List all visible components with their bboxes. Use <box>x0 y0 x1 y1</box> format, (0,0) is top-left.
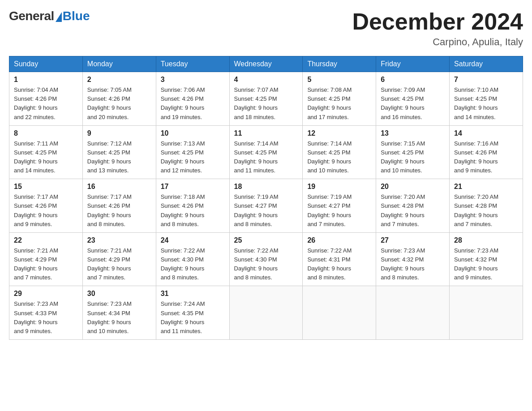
day-info: Sunrise: 7:06 AMSunset: 4:26 PMDaylight:… <box>161 86 205 120</box>
day-info: Sunrise: 7:22 AMSunset: 4:30 PMDaylight:… <box>234 247 279 281</box>
calendar-week-row: 15 Sunrise: 7:17 AMSunset: 4:26 PMDaylig… <box>9 179 523 233</box>
calendar-cell: 1 Sunrise: 7:04 AMSunset: 4:26 PMDayligh… <box>9 72 83 126</box>
day-info: Sunrise: 7:07 AMSunset: 4:25 PMDaylight:… <box>234 86 279 120</box>
calendar-week-row: 22 Sunrise: 7:21 AMSunset: 4:29 PMDaylig… <box>9 232 523 286</box>
calendar-cell: 24 Sunrise: 7:22 AMSunset: 4:30 PMDaylig… <box>156 232 229 286</box>
page-header: General Blue December 2024 Carpino, Apul… <box>9 9 523 48</box>
calendar-cell: 19 Sunrise: 7:19 AMSunset: 4:27 PMDaylig… <box>303 179 376 233</box>
header-row: Sunday Monday Tuesday Wednesday Thursday… <box>9 56 523 72</box>
calendar-cell: 12 Sunrise: 7:14 AMSunset: 4:25 PMDaylig… <box>303 125 376 179</box>
day-info: Sunrise: 7:18 AMSunset: 4:26 PMDaylight:… <box>161 193 205 227</box>
day-info: Sunrise: 7:10 AMSunset: 4:25 PMDaylight:… <box>454 86 498 120</box>
calendar-cell: 29 Sunrise: 7:23 AMSunset: 4:33 PMDaylig… <box>9 286 83 340</box>
day-number: 22 <box>14 236 78 244</box>
calendar-cell <box>229 286 303 340</box>
day-number: 27 <box>381 236 445 244</box>
calendar-cell: 13 Sunrise: 7:15 AMSunset: 4:25 PMDaylig… <box>376 125 450 179</box>
calendar-cell: 25 Sunrise: 7:22 AMSunset: 4:30 PMDaylig… <box>229 232 303 286</box>
day-number: 28 <box>454 236 518 244</box>
calendar-cell: 3 Sunrise: 7:06 AMSunset: 4:26 PMDayligh… <box>156 72 229 126</box>
day-info: Sunrise: 7:14 AMSunset: 4:25 PMDaylight:… <box>234 140 279 174</box>
col-thursday: Thursday <box>303 56 376 72</box>
day-number: 30 <box>87 290 151 298</box>
calendar-cell: 5 Sunrise: 7:08 AMSunset: 4:25 PMDayligh… <box>303 72 376 126</box>
calendar-header: Sunday Monday Tuesday Wednesday Thursday… <box>9 56 523 72</box>
day-number: 8 <box>14 129 78 137</box>
day-info: Sunrise: 7:19 AMSunset: 4:27 PMDaylight:… <box>307 193 352 227</box>
day-number: 12 <box>307 129 371 137</box>
day-info: Sunrise: 7:13 AMSunset: 4:25 PMDaylight:… <box>161 140 205 174</box>
logo-blue-text: Blue <box>63 9 90 23</box>
calendar-week-row: 29 Sunrise: 7:23 AMSunset: 4:33 PMDaylig… <box>9 286 523 340</box>
calendar-cell: 18 Sunrise: 7:19 AMSunset: 4:27 PMDaylig… <box>229 179 303 233</box>
day-info: Sunrise: 7:14 AMSunset: 4:25 PMDaylight:… <box>307 140 352 174</box>
day-number: 9 <box>87 129 151 137</box>
calendar-week-row: 1 Sunrise: 7:04 AMSunset: 4:26 PMDayligh… <box>9 72 523 126</box>
day-info: Sunrise: 7:04 AMSunset: 4:26 PMDaylight:… <box>14 86 58 120</box>
calendar-cell: 30 Sunrise: 7:23 AMSunset: 4:34 PMDaylig… <box>82 286 156 340</box>
calendar-cell <box>450 286 523 340</box>
calendar-cell: 7 Sunrise: 7:10 AMSunset: 4:25 PMDayligh… <box>450 72 523 126</box>
day-info: Sunrise: 7:23 AMSunset: 4:32 PMDaylight:… <box>454 247 498 281</box>
day-info: Sunrise: 7:23 AMSunset: 4:33 PMDaylight:… <box>14 300 58 334</box>
day-info: Sunrise: 7:21 AMSunset: 4:29 PMDaylight:… <box>87 247 132 281</box>
day-number: 13 <box>381 129 445 137</box>
calendar-cell: 27 Sunrise: 7:23 AMSunset: 4:32 PMDaylig… <box>376 232 450 286</box>
day-number: 29 <box>14 290 78 298</box>
calendar-cell: 4 Sunrise: 7:07 AMSunset: 4:25 PMDayligh… <box>229 72 303 126</box>
calendar-cell: 15 Sunrise: 7:17 AMSunset: 4:26 PMDaylig… <box>9 179 83 233</box>
col-tuesday: Tuesday <box>156 56 229 72</box>
month-title: December 2024 <box>352 9 523 34</box>
day-number: 21 <box>454 183 518 191</box>
day-number: 7 <box>454 76 518 84</box>
day-info: Sunrise: 7:05 AMSunset: 4:26 PMDaylight:… <box>87 86 132 120</box>
calendar-cell: 16 Sunrise: 7:17 AMSunset: 4:26 PMDaylig… <box>82 179 156 233</box>
calendar-cell <box>376 286 450 340</box>
day-info: Sunrise: 7:22 AMSunset: 4:31 PMDaylight:… <box>307 247 352 281</box>
col-monday: Monday <box>82 56 156 72</box>
day-info: Sunrise: 7:16 AMSunset: 4:26 PMDaylight:… <box>454 140 498 174</box>
calendar-cell: 20 Sunrise: 7:20 AMSunset: 4:28 PMDaylig… <box>376 179 450 233</box>
day-number: 17 <box>161 183 225 191</box>
location-title: Carpino, Apulia, Italy <box>352 36 523 48</box>
day-number: 14 <box>454 129 518 137</box>
day-number: 6 <box>381 76 445 84</box>
day-info: Sunrise: 7:11 AMSunset: 4:25 PMDaylight:… <box>14 140 58 174</box>
col-sunday: Sunday <box>9 56 83 72</box>
day-number: 5 <box>307 76 371 84</box>
logo-general-text: General <box>9 9 54 23</box>
day-number: 25 <box>234 236 298 244</box>
logo: General Blue <box>9 9 90 23</box>
day-number: 11 <box>234 129 298 137</box>
calendar-table: Sunday Monday Tuesday Wednesday Thursday… <box>9 56 523 340</box>
calendar-cell: 2 Sunrise: 7:05 AMSunset: 4:26 PMDayligh… <box>82 72 156 126</box>
day-info: Sunrise: 7:17 AMSunset: 4:26 PMDaylight:… <box>87 193 132 227</box>
calendar-cell: 21 Sunrise: 7:20 AMSunset: 4:28 PMDaylig… <box>450 179 523 233</box>
day-number: 26 <box>307 236 371 244</box>
col-wednesday: Wednesday <box>229 56 303 72</box>
col-friday: Friday <box>376 56 450 72</box>
calendar-cell: 6 Sunrise: 7:09 AMSunset: 4:25 PMDayligh… <box>376 72 450 126</box>
day-info: Sunrise: 7:20 AMSunset: 4:28 PMDaylight:… <box>454 193 498 227</box>
day-number: 15 <box>14 183 78 191</box>
calendar-cell: 14 Sunrise: 7:16 AMSunset: 4:26 PMDaylig… <box>450 125 523 179</box>
calendar-cell: 23 Sunrise: 7:21 AMSunset: 4:29 PMDaylig… <box>82 232 156 286</box>
day-info: Sunrise: 7:24 AMSunset: 4:35 PMDaylight:… <box>161 300 205 334</box>
day-number: 3 <box>161 76 225 84</box>
day-number: 20 <box>381 183 445 191</box>
day-number: 16 <box>87 183 151 191</box>
day-info: Sunrise: 7:21 AMSunset: 4:29 PMDaylight:… <box>14 247 58 281</box>
day-number: 31 <box>161 290 225 298</box>
day-number: 23 <box>87 236 151 244</box>
calendar-cell <box>303 286 376 340</box>
day-info: Sunrise: 7:12 AMSunset: 4:25 PMDaylight:… <box>87 140 132 174</box>
calendar-week-row: 8 Sunrise: 7:11 AMSunset: 4:25 PMDayligh… <box>9 125 523 179</box>
day-number: 24 <box>161 236 225 244</box>
day-info: Sunrise: 7:23 AMSunset: 4:32 PMDaylight:… <box>381 247 425 281</box>
day-number: 2 <box>87 76 151 84</box>
day-info: Sunrise: 7:09 AMSunset: 4:25 PMDaylight:… <box>381 86 425 120</box>
day-info: Sunrise: 7:15 AMSunset: 4:25 PMDaylight:… <box>381 140 425 174</box>
calendar-cell: 31 Sunrise: 7:24 AMSunset: 4:35 PMDaylig… <box>156 286 229 340</box>
calendar-cell: 22 Sunrise: 7:21 AMSunset: 4:29 PMDaylig… <box>9 232 83 286</box>
day-info: Sunrise: 7:20 AMSunset: 4:28 PMDaylight:… <box>381 193 425 227</box>
